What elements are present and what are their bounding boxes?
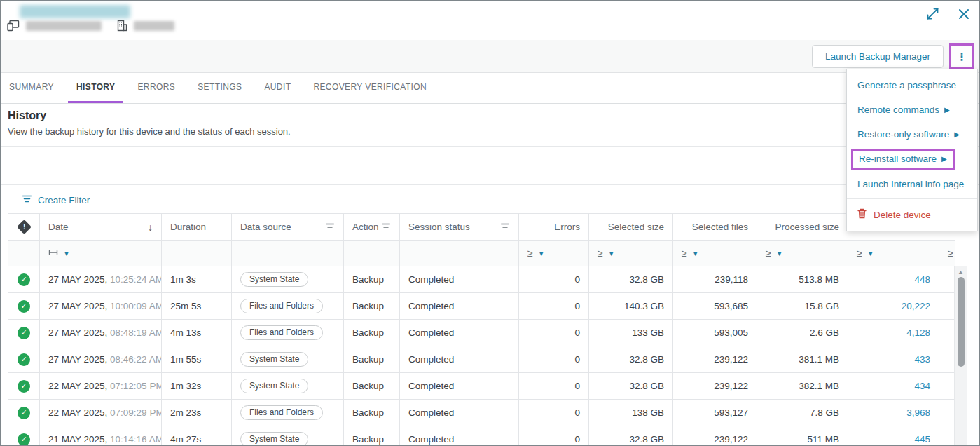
table-row[interactable]: ✓ 22 MAY 2025, 07:12:05 PM 1m 32s System…	[8, 373, 955, 400]
column-header-errors[interactable]: Errors	[519, 214, 589, 241]
processed-files-link[interactable]: 448	[914, 274, 930, 285]
tab-history[interactable]: HISTORY	[68, 73, 123, 103]
session-time: 10:25:24 AM	[110, 274, 161, 285]
selected-size-filter-cell[interactable]: ≥▼	[589, 241, 673, 266]
session-date: 27 MAY 2025,	[48, 327, 107, 338]
close-icon[interactable]	[958, 8, 970, 20]
tab-settings[interactable]: SETTINGS	[189, 73, 250, 103]
devices-icon	[7, 20, 20, 32]
column-header-data-source[interactable]: Data source	[232, 214, 344, 241]
data-source-badge: Files and Folders	[240, 325, 323, 340]
gte-filter-icon: ≥	[766, 248, 771, 259]
menu-item-reinstall-software[interactable]: Re-install software ▶	[847, 147, 977, 172]
caret-down-icon: ▼	[692, 250, 699, 257]
column-filter-icon[interactable]	[381, 222, 391, 232]
success-icon: ✓	[18, 380, 30, 393]
selected-files: 239,122	[673, 373, 757, 400]
session-duration: 1m 32s	[162, 373, 232, 400]
processed-size: 15.8 GB	[757, 293, 848, 320]
status-column-header[interactable]: !	[8, 214, 40, 241]
processed-files-link[interactable]: 433	[914, 354, 930, 365]
status-alert-icon: !	[16, 219, 31, 234]
table-body: ✓ 27 MAY 2025, 10:25:24 AM 1m 3s System …	[8, 266, 955, 446]
processed-size-filter-cell[interactable]: ≥▼	[757, 241, 848, 266]
create-filter-button[interactable]: Create Filter	[22, 194, 90, 205]
caret-down-icon: ▼	[867, 250, 874, 257]
session-action: Backup	[344, 320, 400, 346]
errors-count: 0	[519, 426, 589, 446]
processed-files-link[interactable]: 434	[914, 381, 930, 391]
success-icon: ✓	[18, 433, 30, 446]
tab-errors[interactable]: ERRORS	[129, 73, 184, 103]
tab-summary[interactable]: SUMMARY	[1, 73, 62, 103]
session-action: Backup	[344, 346, 400, 373]
partial-filter-cell[interactable]: ≥	[939, 241, 955, 266]
selected-size: 133 GB	[589, 320, 673, 346]
submenu-arrow-icon: ▶	[944, 106, 950, 114]
table-row[interactable]: ✓ 22 MAY 2025, 07:09:29 PM 2m 23s Files …	[8, 400, 955, 426]
table-row[interactable]: ✓ 27 MAY 2025, 08:48:19 AM 4m 13s Files …	[8, 320, 955, 346]
tab-audit[interactable]: AUDIT	[256, 73, 299, 103]
errors-count: 0	[519, 346, 589, 373]
processed-files-link[interactable]: 4,128	[906, 327, 930, 338]
menu-item-launch-internal-info-page[interactable]: Launch Internal info page	[847, 172, 977, 196]
caret-down-icon: ▼	[608, 250, 615, 257]
sort-desc-icon[interactable]: ↓	[148, 222, 153, 233]
processed-files-link[interactable]: 3,968	[906, 407, 930, 418]
selected-size: 32.8 GB	[589, 426, 673, 446]
data-source-badge: System State	[240, 272, 308, 287]
history-table: ! Date ↓ Duration Data source	[8, 213, 955, 446]
date-range-filter-icon[interactable]	[48, 248, 58, 259]
table-row[interactable]: ✓ 27 MAY 2025, 10:25:24 AM 1m 3s System …	[8, 266, 955, 293]
tab-recovery-verification[interactable]: RECOVERY VERIFICATION	[305, 73, 435, 103]
launch-backup-manager-button[interactable]: Launch Backup Manager	[812, 45, 944, 68]
session-duration: 2m 23s	[162, 400, 232, 426]
errors-filter-cell[interactable]: ≥▼	[519, 241, 589, 266]
column-header-action[interactable]: Action	[344, 214, 400, 241]
device-actions-menu: Generate a passphrase Remote commands ▶ …	[846, 69, 978, 231]
column-filter-icon[interactable]	[500, 222, 510, 232]
table-row[interactable]: ✓ 27 MAY 2025, 08:46:22 AM 1m 55s System…	[8, 346, 955, 373]
session-status: Completed	[400, 293, 519, 320]
date-filter-cell[interactable]: ▼	[40, 241, 162, 266]
table-row[interactable]: ✓ 21 MAY 2025, 10:14:16 AM 4m 27s System…	[8, 426, 955, 446]
success-icon: ✓	[18, 300, 30, 313]
data-source-badge: System State	[240, 379, 308, 393]
session-status: Completed	[400, 373, 519, 400]
menu-item-remote-commands[interactable]: Remote commands ▶	[847, 97, 977, 122]
titlebar	[1, 1, 979, 40]
column-filter-icon[interactable]	[325, 222, 335, 232]
processed-files-link[interactable]: 445	[914, 434, 930, 445]
scrollbar-thumb[interactable]	[958, 277, 965, 367]
table-scrollbar[interactable]: ▲	[954, 266, 967, 446]
menu-item-restore-only-software[interactable]: Restore-only software ▶	[847, 122, 977, 147]
column-header-date[interactable]: Date ↓	[40, 214, 162, 241]
success-icon: ✓	[18, 353, 30, 366]
caret-down-icon: ▼	[538, 250, 545, 257]
session-status: Completed	[400, 346, 519, 373]
processed-size: 513.8 MB	[757, 266, 848, 293]
menu-item-generate-passphrase[interactable]: Generate a passphrase	[847, 73, 977, 97]
selected-size: 32.8 GB	[589, 266, 673, 293]
processed-files-link[interactable]: 20,222	[902, 301, 930, 311]
selected-files: 593,685	[673, 293, 757, 320]
table-row[interactable]: ✓ 27 MAY 2025, 10:00:09 AM 25m 5s Files …	[8, 293, 955, 320]
caret-down-icon[interactable]: ▼	[63, 250, 70, 257]
success-icon: ✓	[18, 407, 30, 419]
tab-bar: SUMMARY HISTORY ERRORS SETTINGS AUDIT RE…	[1, 73, 979, 104]
processed-files-filter-cell[interactable]: ≥▼	[848, 241, 939, 266]
scrollbar-up-icon[interactable]: ▲	[955, 269, 967, 276]
selected-files-filter-cell[interactable]: ≥▼	[673, 241, 757, 266]
menu-item-delete-device[interactable]: Delete device	[847, 201, 977, 228]
more-options-kebab-button[interactable]: ⋮	[949, 43, 974, 69]
column-header-selected-size[interactable]: Selected size	[589, 214, 673, 241]
expand-icon[interactable]	[925, 6, 940, 21]
column-header-session-status[interactable]: Session status	[400, 214, 519, 241]
column-header-processed-size[interactable]: Processed size	[757, 214, 848, 241]
session-duration: 25m 5s	[162, 293, 232, 320]
processed-size: 381.1 MB	[757, 346, 848, 373]
column-header-duration[interactable]: Duration	[162, 214, 232, 241]
session-action: Backup	[344, 426, 400, 446]
column-header-selected-files[interactable]: Selected files	[673, 214, 757, 241]
caret-down-icon: ▼	[776, 250, 783, 257]
